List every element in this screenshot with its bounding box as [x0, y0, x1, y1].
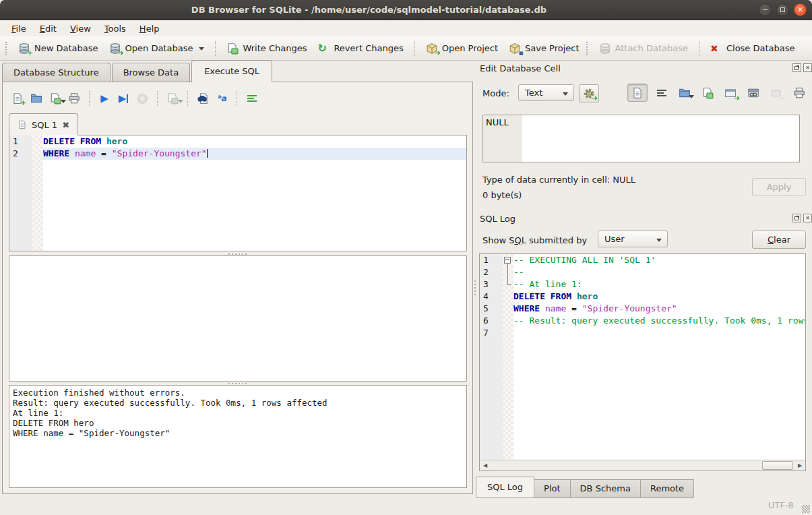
clear-log-button[interactable]: Clear [752, 231, 806, 249]
toolbar-separator [699, 41, 699, 56]
revert-changes-icon: ↻ [317, 42, 330, 55]
float-panel-icon[interactable] [792, 63, 801, 72]
sql-log-title: SQL Log [480, 214, 516, 224]
open-project-button[interactable]: ➜ Open Project [420, 40, 503, 57]
sql-editor-code[interactable]: 1DELETE FROM hero2WHERE name = "Spider-Y… [9, 135, 466, 160]
open-database-button[interactable]: ➜ Open Database [104, 40, 210, 57]
scroll-right-icon[interactable]: ▶ [794, 460, 805, 471]
close-panel-icon[interactable]: ✕ [803, 63, 812, 72]
line-number: 5 [480, 303, 503, 315]
title-bar[interactable]: DB Browser for SQLite - /home/user/code/… [0, 0, 812, 20]
menu-tools[interactable]: Tools [98, 22, 132, 35]
line-number: 6 [480, 315, 503, 327]
fold-marker-icon[interactable] [503, 254, 513, 266]
fold-marker-icon [503, 278, 513, 291]
execute-all-icon[interactable]: ▶ [95, 90, 114, 107]
export-text-icon[interactable] [701, 86, 714, 100]
open-external-icon[interactable]: ➜ [724, 86, 737, 100]
find-icon[interactable] [193, 90, 212, 107]
save-project-icon: ▪ [509, 42, 521, 55]
tab-plot[interactable]: Plot [534, 479, 571, 498]
code-text[interactable]: WHERE name = "Spider-Youngster" [43, 148, 466, 160]
tab-browse-data[interactable]: Browse Data [112, 63, 191, 82]
code-line[interactable]: 2WHERE name = "Spider-Youngster" [9, 148, 466, 160]
tab-remote[interactable]: Remote [640, 479, 694, 498]
new-database-icon: + [18, 42, 30, 55]
menu-edit[interactable]: Edit [34, 22, 63, 35]
code-text[interactable]: DELETE FROM hero [43, 135, 466, 148]
results-grid[interactable] [9, 255, 467, 382]
float-panel-icon[interactable] [792, 214, 801, 222]
stop-execution-icon: ✕ [133, 90, 152, 107]
toolbar-separator [414, 41, 415, 56]
attach-database-icon [599, 42, 611, 55]
sql-log-pane[interactable]: 1-- EXECUTING ALL IN 'SQL 1'2--3-- At li… [479, 253, 806, 471]
open-sql-file-icon[interactable] [27, 90, 46, 107]
menu-view[interactable]: View [64, 22, 97, 35]
horizontal-scrollbar[interactable]: ◀ ▶ [480, 460, 805, 471]
messages-pane[interactable]: Execution finished without errors.Result… [9, 385, 467, 488]
code-line: 1-- EXECUTING ALL IN 'SQL 1' [480, 254, 805, 266]
word-wrap-icon[interactable] [243, 90, 261, 107]
new-database-button[interactable]: + New Database [13, 40, 104, 57]
save-project-button[interactable]: ▪ Save Project [503, 40, 585, 57]
menu-file[interactable]: File [5, 22, 32, 35]
log-filter-select[interactable]: User [598, 231, 668, 247]
close-tab-icon[interactable]: ✖ [62, 120, 69, 130]
find-replace-icon[interactable]: ᵇa [212, 90, 231, 107]
open-project-icon: ➜ [426, 42, 438, 55]
code-text [513, 327, 805, 339]
close-database-icon: ✖ [710, 42, 722, 55]
text-cursor [207, 149, 208, 158]
close-panel-icon[interactable]: ✕ [803, 214, 812, 222]
gear-icon: ➜ [583, 88, 595, 100]
tab-execute-sql[interactable]: Execute SQL [191, 60, 272, 82]
set-null-icon: − [770, 86, 783, 100]
print-icon[interactable] [792, 86, 806, 100]
message-line: Result: query executed successfully. Too… [13, 398, 463, 408]
word-wrap-icon[interactable] [655, 86, 668, 100]
tab-db-schema[interactable]: DB Schema [570, 479, 641, 498]
print-icon[interactable] [65, 90, 84, 107]
write-changes-button[interactable]: Write Changes [221, 40, 312, 57]
maximize-button[interactable] [776, 3, 789, 16]
tab-database-structure[interactable]: Database Structure [2, 63, 111, 82]
resize-grip[interactable] [802, 505, 810, 513]
sql-editor-tab[interactable]: SQL 1 ✖ [9, 113, 78, 135]
edit-cell-title: Edit Database Cell [480, 63, 561, 73]
minimize-button[interactable]: − [759, 3, 772, 16]
cell-value-editor[interactable]: NULL [482, 115, 800, 162]
execute-current-line-icon[interactable]: ▶ [114, 90, 133, 107]
save-results-icon [163, 90, 182, 107]
panel-splitter[interactable] [473, 82, 476, 494]
text-mode-button[interactable] [627, 84, 648, 102]
save-sql-file-icon[interactable] [46, 90, 65, 107]
code-text: -- EXECUTING ALL IN 'SQL 1' [513, 254, 805, 266]
cell-editor-icons: ➜ − [655, 86, 806, 100]
code-line[interactable]: 1DELETE FROM hero [9, 135, 466, 148]
tab-sql-log[interactable]: SQL Log [476, 477, 534, 498]
code-text: WHERE name = "Spider-Youngster" [513, 303, 805, 315]
revert-changes-button[interactable]: ↻ Revert Changes [312, 40, 408, 57]
line-number: 1 [480, 254, 503, 266]
sql-editor[interactable]: 1DELETE FROM hero2WHERE name = "Spider-Y… [9, 135, 467, 251]
copy-link-icon[interactable] [747, 86, 760, 100]
close-button[interactable]: ✕ [794, 3, 807, 16]
scroll-left-icon[interactable]: ◀ [480, 460, 491, 471]
auto-switch-mode-button[interactable]: ➜ [579, 84, 599, 102]
open-database-dropdown-icon[interactable] [199, 47, 204, 53]
toolbar-handle[interactable] [5, 42, 9, 55]
line-number: 1 [9, 135, 32, 148]
toolbar-handle[interactable] [586, 42, 590, 55]
scrollbar-thumb[interactable] [762, 461, 793, 470]
import-text-icon[interactable] [678, 86, 691, 100]
message-line: DELETE FROM hero [13, 418, 463, 428]
window-title: DB Browser for SQLite - /home/user/code/… [0, 0, 738, 20]
code-text: DELETE FROM hero [513, 291, 805, 303]
close-database-button[interactable]: ✖ Close Database [705, 40, 801, 57]
mode-select[interactable]: Text [518, 84, 574, 101]
apply-button: Apply [752, 178, 806, 196]
new-tab-icon[interactable]: + [8, 90, 27, 107]
menu-help[interactable]: Help [133, 22, 166, 35]
main-tab-bar: Database Structure Browse Data Execute S… [2, 61, 274, 82]
